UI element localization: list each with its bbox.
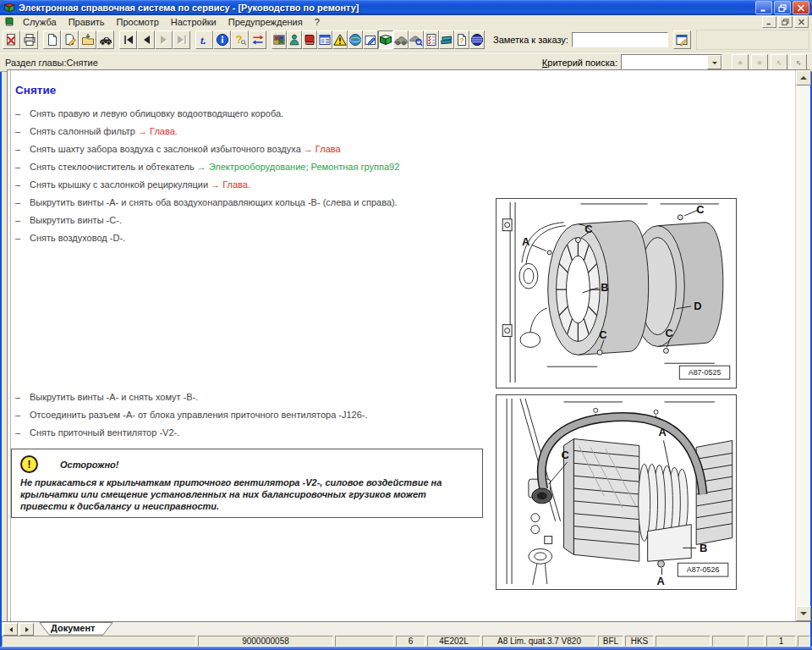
tab-document-label: Документ [51,623,95,633]
menu-item-settings[interactable]: Настройки [165,17,222,27]
callout-b: B [601,281,608,294]
title-bar: Электронная справочная система по сервис… [0,0,812,15]
note-properties-button[interactable] [673,30,691,49]
pane-splitter[interactable] [10,70,11,621]
step-item: –Снять шахту забора воздуха с заслонкой … [15,144,776,154]
document-view: Снятие –Снять правую и левую облицовку в… [7,69,810,622]
status-page-number: 1 [766,636,796,647]
menu-bar: Служба Править Просмотр Настройки Предуп… [0,15,812,28]
window-title: Электронная справочная система по сервис… [19,3,754,13]
caution-title: Осторожно! [60,460,118,470]
caution-icon: ! [20,455,38,473]
elsa-sphere-button[interactable] [469,30,485,49]
figure-a87-0525: C C A B D C C A87-0525 [496,198,737,388]
edit-document-button[interactable] [61,30,79,49]
svg-text:t.: t. [200,34,206,47]
manuals-stack-button[interactable] [439,30,454,49]
status-bar: 9000000058 6 4E202L A8 Lim. quat.3.7 V82… [2,636,810,647]
chapter-section-label: Раздел главы: [5,58,67,68]
app-window: Электронная справочная система по сервис… [0,0,812,647]
new-document-button[interactable] [43,30,61,49]
electrics-group-link[interactable]: → Электрооборудование; Ремонтная группа9… [197,162,400,172]
print-button[interactable] [20,30,38,49]
gray-car-button[interactable] [393,30,409,49]
exit-button[interactable] [3,30,20,49]
menu-item-edit[interactable]: Править [63,17,111,27]
tab-scroll-left-button[interactable] [3,623,18,636]
figure-caption: A87-0526 [687,565,720,574]
callout-c1: C [696,203,704,216]
step-item: –Снять стеклоочиститель и обтекатель → Э… [15,162,776,172]
page-title: Снятие [15,84,56,96]
find-button-disabled[interactable] [732,54,749,70]
vertical-scrollbar[interactable] [795,70,810,621]
edit-box-button[interactable] [363,30,378,49]
status-cell [798,636,810,647]
warning-triangle-button[interactable] [332,30,348,49]
nav-first-button[interactable] [119,30,137,49]
mdi-controls [760,16,809,28]
repair-manual-button[interactable] [378,30,393,49]
tab-scroll-right-button[interactable] [19,623,34,636]
menu-item-warnings[interactable]: Предупреждения [222,17,309,27]
chapter-link[interactable]: → Глава. [138,126,178,136]
order-note-input[interactable] [572,32,668,47]
callout-c3: C [599,328,606,341]
archive-button[interactable] [79,30,96,49]
figure-caption: A87-0525 [689,368,721,377]
scroll-up-button[interactable] [796,70,811,85]
parts-catalog-button[interactable] [272,30,287,49]
nav-last-button-disabled[interactable] [173,30,190,49]
customer-button[interactable] [287,30,302,49]
search-criterion-combobox[interactable] [621,54,722,70]
find-next-button-disabled[interactable] [751,54,768,70]
search-criterion-input[interactable] [622,55,707,69]
info-panel-button[interactable] [317,30,332,49]
text-mode-button[interactable]: t. [195,30,213,49]
callout-c4: C [665,327,672,339]
figure-a87-0526: C A B A A87-0526 [496,394,737,590]
page-question-button[interactable]: ? [454,30,469,49]
info-button[interactable] [213,30,231,49]
close-button[interactable] [793,1,809,14]
red-book-button[interactable] [302,30,317,49]
callout-a-bottom: A [657,575,665,587]
menu-item-service[interactable]: Служба [17,17,63,27]
nav-forward-button-disabled[interactable] [155,30,173,49]
checklist-button[interactable] [424,30,439,49]
mdi-close-button[interactable] [794,16,809,28]
mdi-minimize-button[interactable] [762,16,776,28]
blower-rings-illustration: C C A B D C C A87-0525 [497,199,734,386]
help-key-button[interactable]: ? [231,30,249,49]
scroll-down-button[interactable] [796,606,811,621]
status-cell [748,636,765,647]
swap-arrows-button[interactable] [249,30,266,49]
status-cell [712,636,746,647]
minimize-button[interactable] [755,1,772,14]
chapter-link[interactable]: → Глава [304,144,341,154]
vehicle-button[interactable] [96,30,114,49]
status-engine-code: BFL [598,636,623,647]
callout-a-top: A [659,426,667,438]
combo-dropdown-button[interactable] [707,55,721,69]
callout-d: D [694,300,701,312]
chapter-section-value: Снятие [67,58,98,68]
status-cell [656,636,710,647]
caution-box: ! Осторожно! Не прикасаться к крыльчатка… [11,449,483,518]
restore-button[interactable] [774,1,791,14]
mdi-restore-button[interactable] [778,16,793,28]
globe-button[interactable] [348,30,363,49]
app-icon [3,2,15,14]
status-gearbox-code: HKS [625,636,654,647]
menu-item-help[interactable]: ? [309,17,326,27]
step-item: –Снять салонный фильтр → Глава. [15,126,776,136]
callout-c2: C [584,223,592,235]
nav-back-button[interactable] [137,30,155,49]
chapter-link[interactable]: → Глава. [211,179,250,190]
tab-document[interactable]: Документ [39,622,113,636]
menu-item-view[interactable]: Просмотр [111,17,165,27]
hitlist-jump-button[interactable] [790,54,807,70]
callout-a: A [522,235,529,248]
vehicle-search-button[interactable] [409,30,424,49]
hitlist-button-disabled[interactable] [771,54,787,70]
